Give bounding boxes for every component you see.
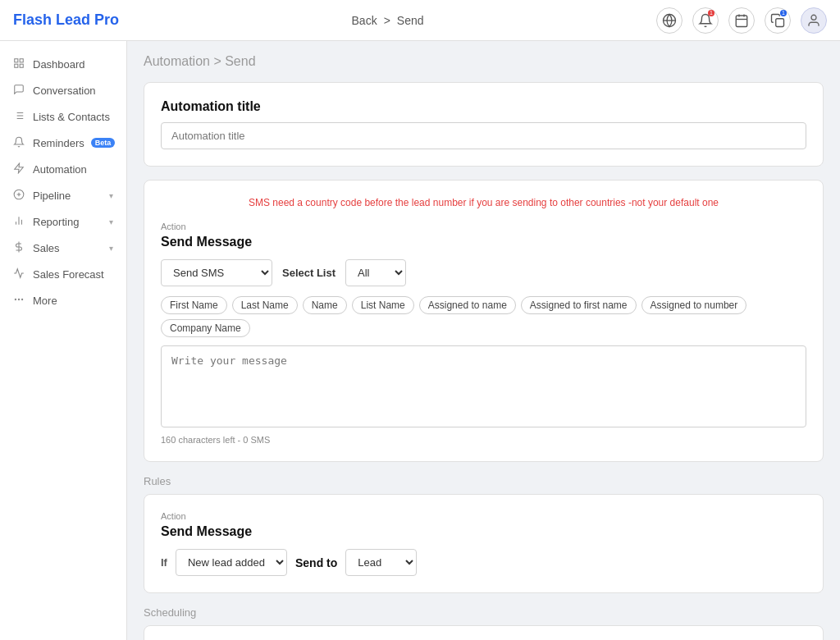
sidebar-label-lists-contacts: Lists & Contacts (33, 111, 110, 123)
char-count: 160 characters left - 0 SMS (161, 435, 806, 445)
globe-icon[interactable] (656, 7, 682, 34)
grid-icon (13, 57, 26, 71)
tag-company-name[interactable]: Company Name (161, 319, 250, 337)
sidebar-item-conversation[interactable]: Conversation (0, 77, 126, 103)
sidebar-label-reporting: Reporting (33, 216, 79, 228)
rules-card: Action Send Message If New lead added Le… (144, 494, 824, 593)
list-select[interactable]: All List 1 List 2 (345, 259, 406, 286)
rules-section-title: Send Message (161, 524, 806, 539)
send-action-row: Send SMS Send Email Send WhatsApp Select… (161, 259, 806, 286)
pipeline-arrow: ▾ (109, 191, 113, 200)
app-logo: Flash Lead Pro (13, 11, 119, 29)
sidebar-label-more: More (33, 295, 57, 307)
svg-point-26 (15, 299, 16, 299)
svg-rect-6 (776, 18, 784, 26)
nav-sep: > (384, 14, 390, 27)
zap-icon (13, 162, 26, 176)
rules-label: Rules (144, 475, 171, 487)
notification-icon[interactable]: 1 (692, 7, 719, 34)
automation-title-input[interactable] (161, 122, 806, 149)
list-icon (13, 110, 26, 123)
select-list-label: Select List (282, 267, 336, 279)
scheduling-label-wrapper: Scheduling (144, 606, 824, 619)
sidebar-item-more[interactable]: More (0, 287, 126, 313)
action-label-2: Action (161, 511, 806, 521)
sidebar-label-automation: Automation (33, 163, 87, 176)
sms-alert: SMS need a country code before the lead … (161, 197, 806, 208)
logo-text-black: Flash Lead (13, 11, 90, 28)
tag-name[interactable]: Name (303, 296, 347, 314)
nav-current: Send (397, 14, 424, 27)
if-condition-select[interactable]: New lead added Lead updated Lead deleted (176, 549, 287, 576)
svg-point-7 (811, 15, 816, 20)
chat-icon (13, 84, 26, 97)
bell-icon (13, 136, 26, 149)
send-to-select[interactable]: Lead Contact All (345, 549, 417, 576)
automation-title-card: Automation title (144, 82, 824, 167)
nav-breadcrumb: Back > Send (352, 14, 424, 27)
sidebar-label-reminders: Reminders (33, 137, 84, 149)
sales-arrow: ▾ (109, 244, 113, 253)
reminders-badge: Beta (91, 138, 116, 148)
svg-rect-8 (15, 59, 18, 62)
top-nav: Flash Lead Pro Back > Send 1 1 (0, 0, 840, 41)
logo-text-blue: Pro (94, 11, 119, 28)
nav-icons: 1 1 (656, 7, 827, 34)
nav-back[interactable]: Back (352, 14, 377, 27)
breadcrumb: Automation > Send (144, 54, 824, 69)
send-message-title: Send Message (161, 235, 806, 249)
forecast-icon (13, 267, 26, 281)
send-to-label: Send to (295, 556, 337, 569)
sidebar-label-sales: Sales (33, 242, 60, 254)
sidebar-item-lists-contacts[interactable]: Lists & Contacts (0, 103, 126, 130)
svg-point-27 (18, 299, 19, 299)
sidebar-item-pipeline[interactable]: Pipeline ▾ (0, 182, 126, 208)
rules-label-wrapper: Rules (144, 475, 824, 487)
automation-title-heading: Automation title (161, 99, 806, 114)
sidebar-item-sales-forecast[interactable]: Sales Forecast (0, 261, 126, 287)
tag-assigned-name[interactable]: Assigned to name (419, 296, 516, 314)
main-content: Automation > Send Automation title SMS n… (127, 41, 840, 640)
send-message-card: SMS need a country code before the lead … (144, 180, 824, 462)
breadcrumb-current: Send (225, 54, 255, 68)
svg-rect-2 (736, 16, 747, 27)
sidebar-item-reminders[interactable]: Reminders Beta (0, 130, 126, 156)
svg-rect-11 (20, 64, 23, 67)
svg-rect-10 (15, 64, 18, 67)
tag-first-name[interactable]: First Name (161, 296, 227, 314)
if-row: If New lead added Lead updated Lead dele… (161, 549, 806, 576)
sidebar-label-pipeline: Pipeline (33, 190, 71, 202)
svg-marker-18 (15, 163, 24, 173)
tags-row: First Name Last Name Name List Name Assi… (161, 296, 806, 337)
user-avatar[interactable] (801, 7, 827, 34)
send-type-select[interactable]: Send SMS Send Email Send WhatsApp (161, 259, 272, 286)
chart-icon (13, 215, 26, 228)
sidebar: Dashboard Conversation Lists & Contacts … (0, 41, 127, 640)
calendar-icon[interactable] (728, 7, 755, 34)
scheduling-label: Scheduling (144, 606, 196, 619)
dots-icon (13, 294, 26, 307)
svg-point-28 (22, 299, 23, 299)
pipeline-icon (13, 189, 26, 202)
scheduling-card: Action Send Message Activate immediately… (144, 625, 824, 640)
breadcrumb-separator: > (213, 54, 225, 68)
sidebar-item-sales[interactable]: Sales ▾ (0, 235, 126, 261)
sidebar-label-dashboard: Dashboard (33, 58, 85, 71)
message-textarea[interactable] (161, 345, 806, 427)
reporting-arrow: ▾ (109, 217, 113, 226)
dollar-icon (13, 241, 26, 254)
tag-assigned-first-name[interactable]: Assigned to first name (521, 296, 637, 314)
if-label: If (161, 556, 167, 569)
sidebar-item-automation[interactable]: Automation (0, 156, 126, 182)
tag-list-name[interactable]: List Name (352, 296, 414, 314)
svg-rect-9 (20, 59, 23, 62)
tag-last-name[interactable]: Last Name (232, 296, 298, 314)
breadcrumb-parent: Automation (144, 54, 210, 68)
tag-assigned-number[interactable]: Assigned to number (641, 296, 747, 314)
sidebar-item-dashboard[interactable]: Dashboard (0, 51, 126, 77)
sidebar-item-reporting[interactable]: Reporting ▾ (0, 208, 126, 235)
action-label-1: Action (161, 222, 806, 231)
copy-icon[interactable]: 1 (765, 7, 791, 34)
sidebar-label-conversation: Conversation (33, 85, 96, 97)
sidebar-label-sales-forecast: Sales Forecast (33, 268, 104, 281)
